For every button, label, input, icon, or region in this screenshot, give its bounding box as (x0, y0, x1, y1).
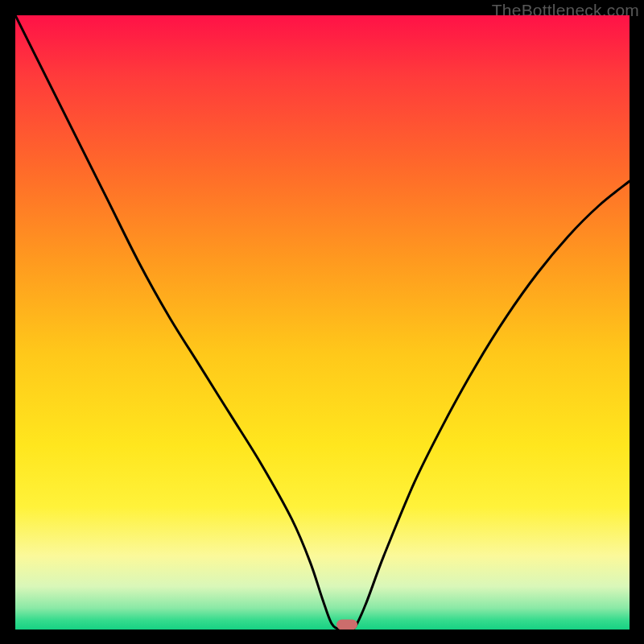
trough-marker (336, 620, 357, 630)
bottleneck-curve (15, 15, 630, 630)
plot-area (15, 15, 630, 630)
